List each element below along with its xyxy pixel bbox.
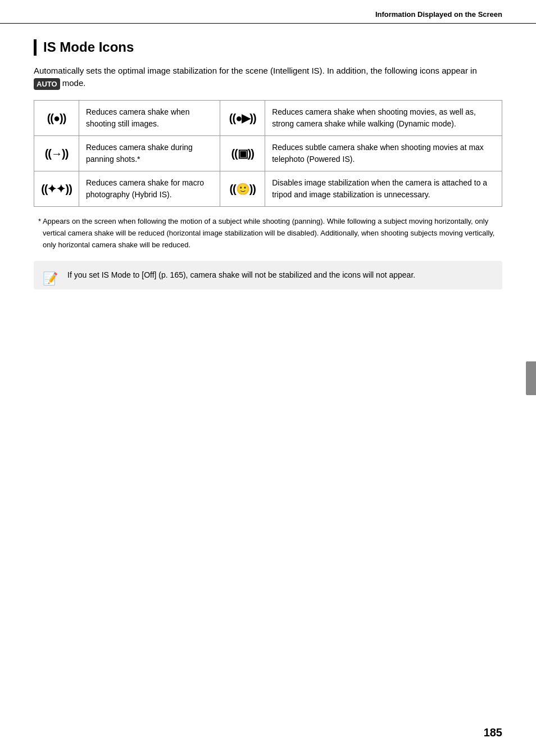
intro-part1: Automatically sets the optimal image sta… xyxy=(34,66,477,75)
icon-macro: ((✦✦)) xyxy=(34,171,79,207)
main-content: IS Mode Icons Automatically sets the opt… xyxy=(0,24,536,312)
note-box: 📝 If you set IS Mode to [Off] (p. 165), … xyxy=(34,261,502,289)
intro-text: Automatically sets the optimal image sta… xyxy=(34,65,502,90)
icon-powered: ((▣)) xyxy=(220,136,265,171)
note-icon: 📝 xyxy=(43,269,58,288)
footnote: * Appears on the screen when following t… xyxy=(34,216,502,251)
desc-tripod: Disables image stabilization when the ca… xyxy=(265,171,502,207)
icon-still: ((●)) xyxy=(34,101,79,136)
auto-badge: AUTO xyxy=(34,78,60,90)
page-header: Information Displayed on the Screen xyxy=(0,0,536,24)
table-row: ((●)) Reduces camera shake when shooting… xyxy=(34,101,502,136)
right-tab xyxy=(526,361,536,395)
note-text: If you set IS Mode to [Off] (p. 165), ca… xyxy=(67,270,415,279)
table-row: ((✦✦)) Reduces camera shake for macro ph… xyxy=(34,171,502,207)
desc-still: Reduces camera shake when shooting still… xyxy=(79,101,220,136)
page-number: 185 xyxy=(484,726,502,739)
icon-movie: ((●▶)) xyxy=(220,101,265,136)
table-row: ((→)) Reduces camera shake during pannin… xyxy=(34,136,502,171)
desc-powered: Reduces subtle camera shake when shootin… xyxy=(265,136,502,171)
section-title: IS Mode Icons xyxy=(34,39,502,56)
desc-macro: Reduces camera shake for macro photograp… xyxy=(79,171,220,207)
desc-movie: Reduces camera shake when shooting movie… xyxy=(265,101,502,136)
icon-tripod: ((🙂)) xyxy=(220,171,265,207)
header-title: Information Displayed on the Screen xyxy=(375,10,502,19)
icons-table: ((●)) Reduces camera shake when shooting… xyxy=(34,100,502,207)
icon-pan: ((→)) xyxy=(34,136,79,171)
desc-pan: Reduces camera shake during panning shot… xyxy=(79,136,220,171)
intro-part2: mode. xyxy=(62,78,86,88)
